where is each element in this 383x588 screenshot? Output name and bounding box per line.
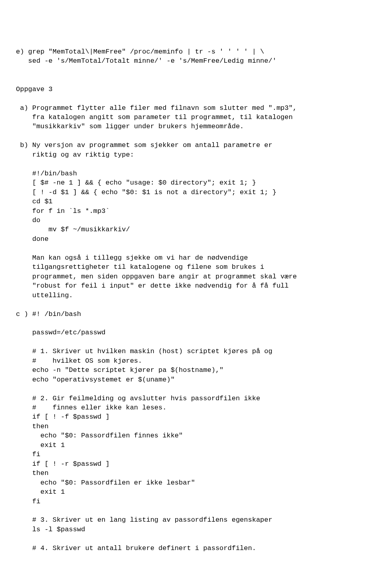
document-body: e) grep "MemTotal\|MemFree" /proc/meminf…: [16, 47, 372, 553]
